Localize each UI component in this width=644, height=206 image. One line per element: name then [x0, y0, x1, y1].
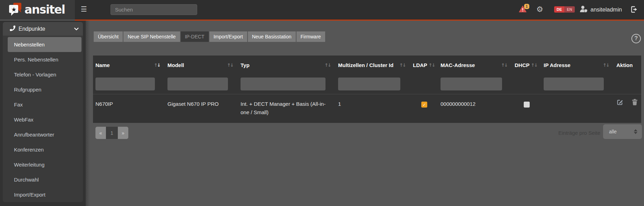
filter-input-multizellen-cluster-id[interactable]: [338, 78, 400, 90]
sort-icon[interactable]: ↑↓: [501, 62, 507, 68]
col-header-dhcp[interactable]: DHCP↑↓: [512, 56, 541, 74]
user-icon: [580, 5, 588, 14]
pagination-prev-button[interactable]: «: [95, 127, 106, 139]
filter-cell-typ: [238, 74, 336, 94]
filter-cell-name: [93, 74, 165, 94]
sidebar-item-pers-nebenstellen[interactable]: Pers. Nebenstellen: [8, 52, 81, 67]
app-window: ★ ansitel ☰ 1 ⚙ DEEN: [0, 0, 644, 206]
sort-icon[interactable]: ↑↓: [154, 62, 160, 68]
col-header-multizellen-cluster-id[interactable]: Multizellen / Cluster Id↑↓: [336, 56, 410, 74]
help-icon[interactable]: ?: [631, 34, 641, 43]
cell-name: N670IP: [93, 94, 165, 123]
filter-input-mac-adresse[interactable]: [441, 78, 502, 90]
search-input[interactable]: [110, 4, 197, 15]
select-caret-icon: [634, 129, 637, 134]
pagination-next-button[interactable]: »: [118, 127, 128, 139]
sort-icon[interactable]: ↑↓: [531, 62, 537, 68]
logout-icon[interactable]: [631, 6, 638, 15]
logo[interactable]: ★ ansitel: [0, 0, 75, 20]
lang-de[interactable]: DE: [554, 6, 564, 13]
col-header-ip-adresse[interactable]: IP Adresse↑↓: [541, 56, 614, 74]
tab-ip-dect[interactable]: IP-DECT: [181, 31, 209, 42]
dhcp-checkbox[interactable]: [524, 102, 530, 108]
filter-input-modell[interactable]: [167, 78, 228, 90]
svg-text:★: ★: [11, 6, 16, 13]
edit-icon[interactable]: [617, 99, 623, 123]
col-header-name[interactable]: Name↑↓: [93, 56, 165, 74]
cell-ip-adresse: [541, 94, 614, 123]
top-bar: ★ ansitel ☰ 1 ⚙ DEEN: [0, 0, 644, 20]
col-label: Modell: [167, 62, 184, 68]
language-toggle: DEEN: [554, 6, 575, 13]
filter-cell-modell: [165, 74, 238, 94]
sidebar-item-telefon-vorlagen[interactable]: Telefon - Vorlagen: [8, 67, 81, 82]
sidebar-item-fax[interactable]: Fax: [8, 97, 81, 112]
sidebar-item-nebenstellen[interactable]: Nebenstellen: [8, 37, 81, 52]
sort-icon[interactable]: ↑↓: [603, 62, 609, 68]
col-label: Aktion: [616, 62, 633, 68]
sidebar-item-durchwahl[interactable]: Durchwahl: [8, 172, 81, 187]
col-header-ldap[interactable]: LDAP↑↓: [410, 56, 438, 74]
tab-bar: ÜbersichtNeue SIP NebenstelleIP-DECTImpo…: [94, 31, 325, 42]
per-page-value: alle: [609, 129, 617, 134]
table-header-row: Name↑↓Modell↑↓Typ↑↓Multizellen / Cluster…: [93, 56, 641, 74]
tab-neue-basisstation[interactable]: Neue Basisstation: [248, 31, 296, 42]
filter-cell-ldap: [410, 74, 438, 94]
hamburger-menu-icon[interactable]: ☰: [81, 5, 87, 13]
pagination-page-1[interactable]: 1: [106, 127, 118, 139]
filter-input-name[interactable]: [95, 78, 155, 90]
tab-import-export[interactable]: Import/Export: [209, 31, 247, 42]
col-label: Name: [95, 62, 110, 68]
cell-ldap: ✓: [410, 94, 438, 123]
sidebar-item-import-export[interactable]: Import/Export: [8, 187, 81, 202]
filter-input-typ[interactable]: [241, 78, 325, 90]
logo-speech-bubble-icon: ★: [8, 2, 22, 18]
cell-typ: Int. + DECT Manager + Basis (All-in-one …: [238, 94, 336, 123]
per-page-select[interactable]: alle: [603, 124, 642, 139]
user-menu[interactable]: ansiteladmin: [580, 5, 622, 14]
cell-mac-adresse: 000000000012: [438, 94, 512, 123]
filter-input-ip-adresse[interactable]: [544, 78, 604, 90]
gear-icon[interactable]: ⚙: [536, 5, 543, 14]
logo-text: ansitel: [24, 3, 65, 16]
sidebar-item-weiterleitung[interactable]: Weiterleitung: [8, 157, 81, 172]
delete-icon[interactable]: [632, 99, 638, 123]
sidebar-item-webfax[interactable]: WebFax: [8, 112, 81, 127]
col-header-mac-adresse[interactable]: MAC-Adresse↑↓: [438, 56, 512, 74]
col-label: DHCP: [515, 62, 530, 68]
sidebar: Endpunkte NebenstellenPers. Nebenstellen…: [0, 21, 86, 206]
alert-notification[interactable]: 1: [519, 6, 531, 15]
filter-cell-mac-adresse: [438, 74, 512, 94]
cell-aktion: [614, 94, 641, 123]
filter-cell-aktion: [614, 74, 641, 94]
tab-neue-sip-nebenstelle[interactable]: Neue SIP Nebenstelle: [123, 31, 180, 42]
col-label: Typ: [241, 62, 250, 68]
filter-cell-dhcp: [512, 74, 541, 94]
sidebar-menu: NebenstellenPers. NebenstellenTelefon - …: [3, 36, 83, 202]
content-shadow: [86, 21, 90, 206]
ldap-checkbox[interactable]: ✓: [421, 102, 427, 108]
table-body: N670IPGigaset N670 IP PROInt. + DECT Man…: [93, 94, 641, 123]
sort-icon[interactable]: ↑↓: [227, 62, 233, 68]
sort-icon[interactable]: ↑↓: [324, 62, 331, 68]
lang-en[interactable]: EN: [564, 6, 574, 13]
alert-count-badge: 1: [524, 4, 529, 9]
accent-divider: [75, 20, 644, 21]
tab-übersicht[interactable]: Übersicht: [94, 31, 123, 42]
col-header-aktion: Aktion: [614, 56, 641, 74]
col-header-modell[interactable]: Modell↑↓: [165, 56, 238, 74]
table-row: N670IPGigaset N670 IP PROInt. + DECT Man…: [93, 94, 641, 123]
sidebar-group-endpunkte[interactable]: Endpunkte: [3, 22, 83, 36]
entries-per-page-label: Einträge pro Seite: [558, 127, 600, 139]
col-header-typ[interactable]: Typ↑↓: [238, 56, 336, 74]
tab-firmware[interactable]: Firmware: [296, 31, 325, 42]
sort-icon[interactable]: ↑↓: [429, 62, 435, 68]
cell-modell: Gigaset N670 IP PRO: [165, 94, 238, 123]
sidebar-item-anrufbeantworter[interactable]: Anrufbeantworter: [8, 127, 81, 142]
filter-cell-ip-adresse: [541, 74, 614, 94]
sort-icon[interactable]: ↑↓: [399, 62, 406, 68]
sidebar-item-konferenzen[interactable]: Konferenzen: [8, 142, 81, 157]
sidebar-item-rufgruppen[interactable]: Rufgruppen: [8, 82, 81, 97]
device-table: Name↑↓Modell↑↓Typ↑↓Multizellen / Cluster…: [93, 56, 641, 123]
cell-multizellen-cluster-id: 1: [336, 94, 410, 123]
